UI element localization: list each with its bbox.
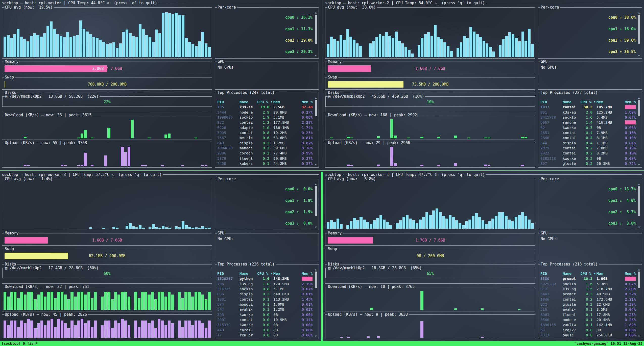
scroll-up-icon[interactable]: ▲ (638, 96, 640, 99)
process-pid: 801 (540, 110, 563, 114)
scrollbar-track[interactable] (638, 186, 640, 225)
status-session-window[interactable]: [socktop] 0:fish* (2, 341, 38, 345)
process-cpu-percent: 0.2 (580, 151, 597, 155)
chart-bar (481, 337, 484, 338)
scrollbar-thumb[interactable] (638, 186, 640, 216)
scrollbar-thumb[interactable] (638, 100, 640, 116)
core-row: cpu2 ↓ 29.0% (216, 34, 313, 46)
scroll-up-icon[interactable]: ▲ (315, 183, 317, 185)
scroll-up-icon[interactable]: ▲ (638, 183, 640, 185)
scrollbar-track[interactable] (315, 100, 317, 163)
cpu-avg-panel: CPU avg (now: 38.0%) (325, 6, 535, 59)
pane-divider-vertical-top[interactable] (321, 0, 323, 169)
chart-bar (383, 220, 386, 229)
pane-divider-horizontal[interactable] (0, 169, 644, 172)
scrollbar-thumb[interactable] (638, 15, 640, 44)
scrollbar-thumb[interactable] (315, 100, 317, 116)
chart-bar (77, 165, 80, 166)
chart-bar (367, 336, 370, 338)
disk-net-stack: Disks ▤ /dev/mmcblk0p2 17.4GB / 28.8GB (… (2, 262, 212, 339)
scrollbar-track[interactable] (638, 100, 640, 163)
chart-bar (158, 33, 161, 57)
scroll-up-icon[interactable]: ▲ (315, 96, 317, 99)
chart-bar (91, 327, 93, 338)
chart-bar (195, 292, 197, 310)
process-mem: 0B (597, 126, 625, 130)
scrollbar[interactable]: ▲ ▼ (637, 11, 641, 57)
scrollbar[interactable]: ▲ ▼ (637, 183, 641, 229)
scroll-down-icon[interactable]: ▼ (638, 226, 640, 229)
scrollbar-thumb[interactable] (315, 272, 317, 288)
chart-bar (373, 220, 376, 229)
scroll-up-icon[interactable]: ▲ (315, 11, 317, 14)
chart-bar (488, 138, 490, 138)
scrollbar-track[interactable] (315, 186, 317, 225)
chart-bar (104, 155, 107, 166)
chart-bar (7, 297, 10, 310)
scroll-down-icon[interactable]: ▼ (315, 226, 317, 229)
socktop-pane-rpi-worker-1[interactable]: socktop — host: rpi-worker-1 | CPU Temp:… (323, 172, 644, 341)
scrollbar-track[interactable] (315, 15, 317, 54)
process-pid: 314735 (217, 287, 240, 291)
chart-bar (107, 128, 110, 138)
core-row: cpu0 ↓ 0.0% (216, 183, 313, 194)
chart-bar (178, 292, 181, 310)
chart-bar (454, 308, 457, 310)
scroll-down-icon[interactable]: ▼ (638, 54, 640, 57)
scroll-down-icon[interactable]: ▼ (315, 335, 317, 338)
scrollbar[interactable]: ▲ ▼ (314, 11, 318, 57)
scrollbar-track[interactable] (638, 272, 640, 334)
scroll-down-icon[interactable]: ▼ (638, 335, 640, 338)
process-name: contai (240, 131, 257, 135)
process-name: card1- (240, 328, 257, 332)
scroll-up-icon[interactable]: ▲ (638, 11, 640, 14)
process-name: contai (563, 131, 580, 135)
scrollbar-track[interactable] (315, 272, 317, 334)
title-rule (486, 174, 642, 175)
core-sparkline (539, 23, 607, 34)
chart-bar (449, 215, 451, 229)
process-name: displa (563, 141, 580, 145)
process-cpu-percent: 0.8 (257, 131, 273, 135)
chart-bar (139, 225, 141, 229)
scrollbar[interactable]: ▲ ▼ (637, 96, 641, 166)
scrollbar[interactable]: ▲ ▼ (314, 183, 318, 229)
socktop-pane-rpi-master[interactable]: socktop — host: rpi-master | CPU Temp: 4… (0, 0, 321, 169)
chart-bar (195, 138, 197, 138)
scroll-up-icon[interactable]: ▲ (638, 268, 640, 271)
swap-text: 0B / 200.0MB (328, 253, 533, 259)
scrollbar-thumb[interactable] (315, 186, 317, 216)
chart-bar (492, 51, 495, 57)
chart-bar (27, 41, 29, 57)
chart-bar (388, 36, 391, 57)
scrollbar[interactable]: ▲ ▼ (314, 268, 318, 338)
chart-bar (418, 45, 420, 57)
process-mem-percent: 10.86% (302, 277, 313, 281)
tmux-status-bar: [socktop] 0:fish* "cachyos-gaming" 16:51… (0, 341, 644, 346)
process-cpu-percent: 0.2 (257, 146, 273, 150)
disk-usage-percent: 60% (4, 271, 210, 276)
process-mem: 40.9MB (597, 292, 625, 296)
scroll-down-icon[interactable]: ▼ (638, 163, 640, 166)
pane-title: socktop — host: rpi-worker-3 | CPU Temp:… (2, 172, 319, 177)
scroll-down-icon[interactable]: ▼ (315, 163, 317, 166)
scrollbar[interactable]: ▲ ▼ (637, 268, 641, 338)
chart-bar (465, 221, 468, 229)
scrollbar[interactable]: ▲ ▼ (314, 96, 318, 166)
chart-bar (442, 216, 445, 229)
socktop-pane-rpi-worker-3[interactable]: socktop — host: rpi-worker-3 | CPU Temp:… (0, 172, 321, 341)
scrollbar-thumb[interactable] (638, 272, 640, 288)
upload-panel: Upload (KB/s) — now: 9 | peak: 3630 (325, 313, 535, 339)
scrollbar-thumb[interactable] (315, 15, 317, 44)
scroll-down-icon[interactable]: ▼ (315, 54, 317, 57)
chart-bar (96, 38, 99, 57)
chart-bar (141, 292, 144, 310)
gpu-label: GPU (217, 231, 225, 235)
download-panel: Download (KB/s) — now: 32 | peak: 751 (2, 285, 212, 311)
scroll-up-icon[interactable]: ▲ (315, 268, 317, 271)
scrollbar-track[interactable] (638, 15, 640, 54)
process-name: fluent (563, 313, 580, 317)
chart-bar (454, 136, 457, 138)
pane-divider-vertical-bottom[interactable] (321, 172, 323, 341)
socktop-pane-rpi-worker-2[interactable]: socktop — host: rpi-worker-2 | CPU Temp:… (323, 0, 644, 169)
